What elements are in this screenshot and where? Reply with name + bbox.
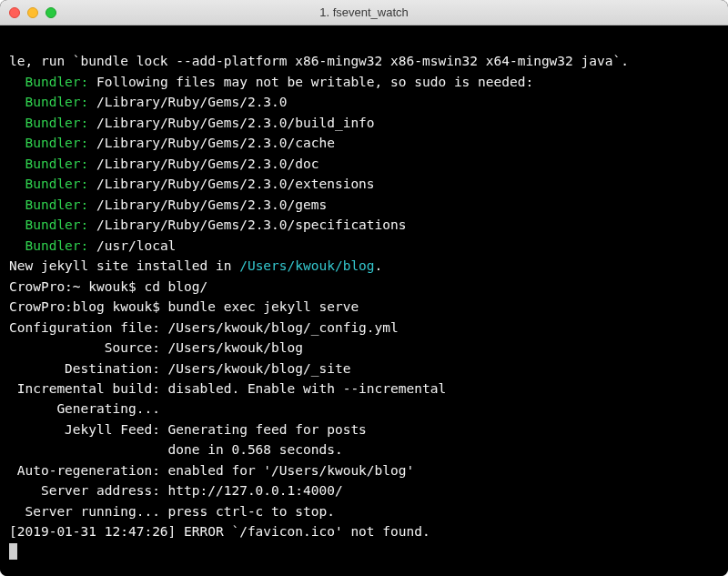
prompt-line: CrowPro:blog kwouk$ bundle exec jekyll s… xyxy=(9,299,359,314)
output-line: Bundler: /Library/Ruby/Gems/2.3.0/cache xyxy=(9,136,335,150)
titlebar[interactable]: 1. fsevent_watch xyxy=(0,0,728,25)
output-line: Generating... xyxy=(9,401,160,416)
bundler-label: Bundler: xyxy=(25,177,88,191)
output-line: Server running... press ctrl-c to stop. xyxy=(9,504,335,519)
traffic-lights xyxy=(0,7,56,18)
output-line: Auto-regeneration: enabled for '/Users/k… xyxy=(9,463,414,478)
output-line: Bundler: Following files may not be writ… xyxy=(9,75,533,89)
bundler-label: Bundler: xyxy=(25,95,88,109)
prompt-line: CrowPro:~ kwouk$ cd blog/ xyxy=(9,279,207,294)
minimize-icon[interactable] xyxy=(27,7,38,18)
output-line: [2019-01-31 12:47:26] ERROR `/favicon.ic… xyxy=(9,524,430,539)
bundler-label: Bundler: xyxy=(25,75,88,89)
output-line: Bundler: /Library/Ruby/Gems/2.3.0/extens… xyxy=(9,177,375,191)
output-line: Jekyll Feed: Generating feed for posts xyxy=(9,422,367,437)
zoom-icon[interactable] xyxy=(46,7,56,18)
output-line: le, run `bundle lock --add-platform x86-… xyxy=(9,54,629,68)
close-icon[interactable] xyxy=(9,7,20,18)
output-line: Server address: http://127.0.0.1:4000/ xyxy=(9,483,343,498)
output-line: Bundler: /usr/local xyxy=(9,238,176,253)
output-line: Bundler: /Library/Ruby/Gems/2.3.0/specif… xyxy=(9,217,407,232)
output-line: Bundler: /Library/Ruby/Gems/2.3.0/doc xyxy=(9,157,318,171)
output-line: done in 0.568 seconds. xyxy=(9,442,343,457)
bundler-label: Bundler: xyxy=(25,238,88,253)
cursor-icon xyxy=(9,543,17,560)
path-link: /Users/kwouk/blog xyxy=(239,258,374,273)
terminal-body[interactable]: le, run `bundle lock --add-platform x86-… xyxy=(0,25,728,576)
bundler-label: Bundler: xyxy=(25,136,88,150)
bundler-label: Bundler: xyxy=(25,197,88,212)
terminal-window: 1. fsevent_watch le, run `bundle lock --… xyxy=(0,0,728,576)
output-line: Bundler: /Library/Ruby/Gems/2.3.0/gems xyxy=(9,197,327,212)
bundler-label: Bundler: xyxy=(25,116,88,130)
cursor-line xyxy=(9,545,17,560)
output-line: Bundler: /Library/Ruby/Gems/2.3.0 xyxy=(9,95,288,109)
output-line: Incremental build: disabled. Enable with… xyxy=(9,381,446,396)
bundler-label: Bundler: xyxy=(25,217,88,232)
output-line: New jekyll site installed in /Users/kwou… xyxy=(9,258,382,273)
output-line: Destination: /Users/kwouk/blog/_site xyxy=(9,361,350,376)
output-line: Bundler: /Library/Ruby/Gems/2.3.0/build_… xyxy=(9,116,375,130)
output-line: Configuration file: /Users/kwouk/blog/_c… xyxy=(9,320,399,335)
output-line: Source: /Users/kwouk/blog xyxy=(9,340,303,355)
bundler-label: Bundler: xyxy=(25,157,88,171)
window-title: 1. fsevent_watch xyxy=(0,5,728,19)
